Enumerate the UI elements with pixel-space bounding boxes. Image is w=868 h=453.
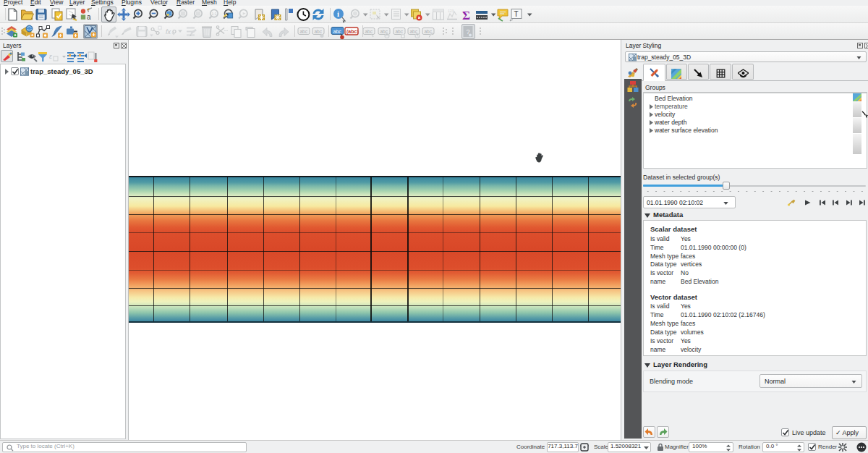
svg-text:Σ: Σ	[462, 9, 470, 22]
svg-text:(abc): (abc)	[346, 29, 359, 35]
svg-text:123: 123	[448, 9, 454, 13]
svg-text:abc: abc	[333, 29, 342, 34]
svg-text:ε: ε	[49, 53, 53, 60]
svg-text:fx: fx	[166, 28, 171, 35]
svg-text:T: T	[514, 10, 519, 18]
svg-text:a: a	[87, 13, 91, 21]
svg-text:i: i	[337, 9, 339, 18]
svg-text:1:1: 1:1	[212, 12, 217, 16]
